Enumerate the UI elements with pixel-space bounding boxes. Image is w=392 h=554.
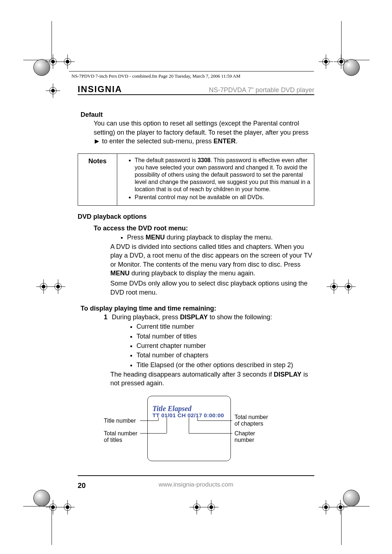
enter-key: ENTER [213,138,236,145]
display-bullet: Total number of chapters [136,351,314,360]
text: Press [127,234,146,241]
display-key: DISPLAY [180,313,208,321]
label-total-titles: Total number of titles [104,430,144,444]
text: to enter the selected sub-menu, press [100,138,213,145]
root-menu-para2: Some DVDs only allow you to select disc … [110,279,314,297]
osd-data-line: TT 01/01 CH 02/17 0:00:00 [152,412,224,419]
root-menu-para1: A DVD is divided into sections called ti… [110,242,314,278]
password-value: 3308 [197,157,211,163]
step-1: 1During playback, press DISPLAY to show … [104,313,314,321]
text: The heading disappears automatically aft… [110,371,274,378]
print-mark-text: NS-7PDVD 7-inch Pers DVD - combined.fm P… [72,73,240,79]
root-menu-bullet: Press MENU during playback to display th… [127,233,314,242]
notes-box: Notes The default password is 3308. This… [78,153,314,206]
display-bullet: Current chapter number [136,341,314,350]
display-bullet: Current title number [136,322,314,331]
display-bullet: Total number of titles [136,332,314,341]
label-title-number: Title number [104,418,144,424]
text: The default password is [135,157,197,163]
text: You can use this option to reset all set… [94,120,309,136]
heading-root-menu: To access the DVD root menu: [94,224,314,233]
footer-url: www.insignia-products.com [0,481,392,489]
osd-diagram: Title Elapsed TT 01/01 CH 02/17 0:00:00 … [104,396,264,465]
text: to show the following: [208,313,272,321]
text: during playback to display the menu agai… [130,270,255,277]
text: . [236,138,237,145]
heading-display-time: To display playing time and time remaini… [81,304,314,313]
display-key: DISPLAY [274,371,301,378]
product-header: NS-7PDVDA 7" portable DVD player [209,86,314,94]
menu-key: MENU [146,234,165,241]
page-content: INSIGNIA NS-7PDVDA 7" portable DVD playe… [78,83,314,465]
display-tail: The heading disappears automatically aft… [110,370,314,388]
default-paragraph: You can use this option to reset all set… [94,119,314,145]
play-icon [95,139,99,144]
notes-label: Notes [78,154,117,205]
text: A DVD is divided into sections called ti… [110,243,312,268]
notes-item: Parental control may not be available on… [135,194,311,201]
label-chapter-number: Chapter number [234,430,271,444]
label-total-chapters: Total number of chapters [234,414,278,427]
text: during playback to display the menu. [165,234,273,241]
text: During playback, press [112,313,180,321]
heading-default: Default [81,110,314,119]
display-bullet: Title Elapsed (or the other options desc… [136,361,314,369]
heading-playback: DVD playback options [78,212,314,221]
brand-logo: INSIGNIA [78,83,122,95]
menu-key: MENU [110,270,130,277]
notes-item: The default password is 3308. This passw… [135,157,311,193]
